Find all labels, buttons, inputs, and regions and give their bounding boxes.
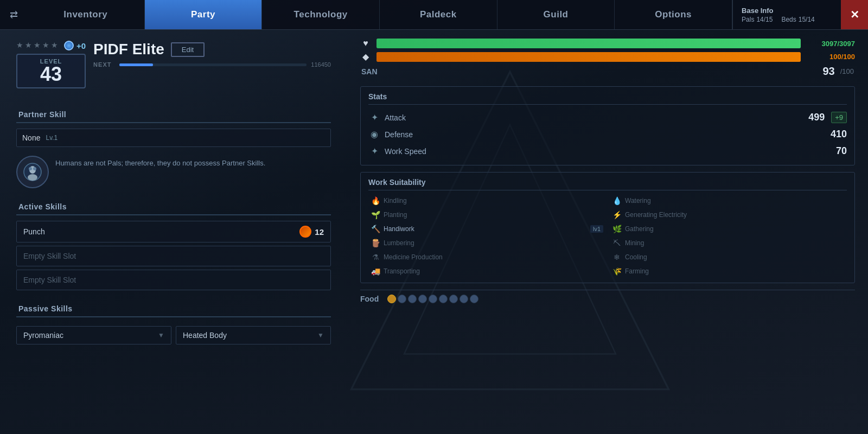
beds-label: Beds: [781, 16, 796, 23]
food-slot-6: [439, 295, 448, 303]
svg-point-4: [28, 174, 37, 181]
left-panel: ★ ★ ★ ★ ★ +0 LEVEL 43 PIDF Elite: [0, 30, 347, 434]
active-skill-slot-2[interactable]: Empty Skill Slot: [16, 246, 331, 266]
shield-bar-track: [376, 52, 801, 62]
right-panel: ♥ 3097/3097 ◆ 100/100 SAN 93: [347, 30, 868, 434]
food-slots: [387, 295, 478, 303]
tab-guild[interactable]: Guild: [497, 0, 615, 29]
skill-power-punch: 12: [299, 226, 324, 238]
work-kindling: 🔥 Kindling: [368, 195, 605, 207]
gathering-label: Gathering: [625, 225, 845, 233]
food-slot-8: [459, 295, 468, 303]
work-lumbering: 🪵 Lumbering: [368, 237, 605, 249]
active-skill-slot-1[interactable]: Punch 12: [16, 221, 331, 242]
san-max: /100: [840, 67, 854, 75]
partner-skill-slot: None Lv.1: [16, 129, 331, 147]
character-name-block: PIDF Elite Edit NEXT 116450: [93, 41, 331, 68]
sync-icon[interactable]: ⇄: [0, 0, 27, 29]
food-slot-9: [470, 295, 478, 303]
planting-icon: 🌱: [371, 210, 380, 219]
planting-label: Planting: [384, 211, 603, 219]
lumbering-label: Lumbering: [384, 239, 603, 247]
workspeed-icon: ✦: [368, 146, 380, 156]
partner-icon: [16, 156, 49, 188]
tab-inventory[interactable]: Inventory: [27, 0, 145, 29]
star-2: ★: [25, 41, 32, 50]
san-value: 93: [822, 65, 834, 78]
level-number: 43: [24, 65, 78, 84]
partner-skill-header: Partner Skill: [16, 107, 331, 123]
shield-icon: ◆: [360, 52, 371, 62]
watering-icon: 💧: [612, 196, 622, 205]
gathering-icon: 🌿: [612, 225, 622, 233]
mining-label: Mining: [625, 239, 845, 247]
passive-skills-header: Passive Skills: [16, 301, 331, 317]
passive-skills-row: Pyromaniac ▼ Heated Body ▼: [16, 326, 331, 344]
kindling-icon: 🔥: [371, 196, 380, 205]
tab-paldeck[interactable]: Paldeck: [380, 0, 497, 29]
shield-bar-fill: [376, 52, 801, 62]
kindling-label: Kindling: [384, 197, 603, 205]
stat-bars: ♥ 3097/3097 ◆ 100/100 SAN 93: [360, 39, 855, 78]
farming-icon: 🌾: [612, 267, 622, 276]
farming-label: Farming: [625, 267, 845, 275]
xp-gem: +0: [64, 41, 86, 50]
work-handiwork: 🔨 Handiwork lv1: [368, 223, 605, 235]
star-3: ★: [34, 41, 41, 50]
shield-value: 100/100: [806, 53, 855, 61]
attack-icon: ✦: [368, 112, 380, 123]
handiwork-icon: 🔨: [371, 225, 380, 233]
defense-value: 410: [820, 129, 847, 140]
tab-options[interactable]: Options: [615, 0, 732, 29]
level-box: LEVEL 43: [16, 54, 86, 88]
work-mining: ⛏ Mining: [610, 237, 847, 249]
san-label: SAN: [361, 67, 817, 76]
work-watering: 💧 Watering: [610, 195, 847, 207]
food-slot-3: [408, 295, 417, 303]
edit-button[interactable]: Edit: [171, 42, 205, 57]
food-slot-5: [429, 295, 437, 303]
hp-bar-row: ♥ 3097/3097: [360, 39, 855, 48]
food-slot-1: [387, 295, 396, 303]
star-5: ★: [51, 41, 58, 50]
work-electricity: ⚡ Generating Electricity: [610, 209, 847, 221]
work-transporting: 🚚 Transporting: [368, 265, 605, 277]
food-row: Food: [360, 290, 855, 308]
pals-value: 14/15: [756, 16, 773, 23]
watering-label: Watering: [625, 197, 845, 205]
beds-value: 15/14: [799, 16, 815, 23]
active-skills-header: Active Skills: [16, 199, 331, 215]
svg-point-6: [33, 167, 36, 170]
lumbering-icon: 🪵: [371, 239, 380, 247]
work-grid: 🔥 Kindling 💧 Watering 🌱 Planting ⚡ Gener…: [368, 195, 847, 277]
medicine-label: Medicine Production: [384, 253, 603, 261]
passive-skill-heated-body[interactable]: Heated Body ▼: [176, 326, 331, 344]
active-skill-slot-3[interactable]: Empty Skill Slot: [16, 270, 331, 290]
skill-name-punch: Punch: [23, 227, 45, 236]
skill-empty-2: Empty Skill Slot: [23, 252, 76, 260]
hp-bar-fill: [376, 39, 801, 48]
close-button[interactable]: ✕: [841, 0, 868, 29]
food-slot-4: [418, 295, 427, 303]
cooling-label: Cooling: [625, 253, 845, 261]
mining-icon: ⛏: [612, 239, 622, 247]
next-label: NEXT: [93, 61, 115, 68]
stats-title: Stats: [368, 92, 847, 105]
stats-bonus: +9: [831, 112, 847, 123]
partner-skill-level: Lv.1: [46, 134, 58, 142]
svg-point-5: [29, 167, 32, 170]
work-cooling: ❄ Cooling: [610, 251, 847, 263]
fire-element-icon: [299, 226, 311, 238]
star-1: ★: [16, 41, 23, 50]
chevron-down-icon: ▼: [158, 331, 164, 339]
xp-value: 116450: [311, 61, 331, 68]
defense-icon: ◉: [368, 129, 380, 139]
electricity-label: Generating Electricity: [625, 211, 845, 219]
top-navigation: ⇄ Inventory Party Technology Paldeck Gui…: [0, 0, 868, 30]
xp-fill: [119, 63, 153, 66]
star-4: ★: [42, 41, 49, 50]
stat-row-defense: ◉ Defense 410: [368, 126, 847, 143]
tab-party[interactable]: Party: [145, 0, 263, 29]
passive-skill-pyromaniac[interactable]: Pyromaniac ▼: [16, 326, 171, 344]
tab-technology[interactable]: Technology: [262, 0, 380, 29]
